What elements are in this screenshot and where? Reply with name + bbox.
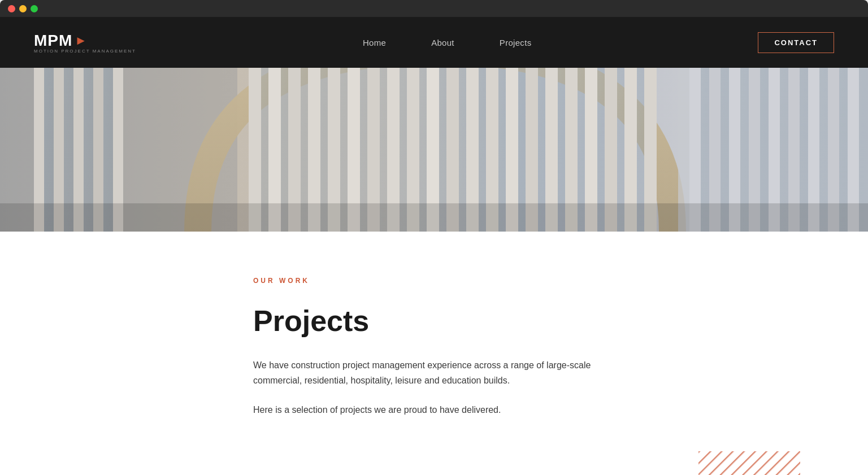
hero-building-svg bbox=[0, 68, 868, 232]
section-tag: OUR WORK bbox=[253, 277, 615, 285]
svg-rect-71 bbox=[0, 203, 868, 232]
hero-image bbox=[0, 68, 868, 232]
logo[interactable]: MPM ► MOTION PROJECT MANAGEMENT bbox=[34, 32, 136, 54]
logo-arrow-icon: ► bbox=[75, 33, 87, 48]
section-title: Projects bbox=[253, 305, 615, 337]
logo-subtitle: MOTION PROJECT MANAGEMENT bbox=[34, 49, 136, 54]
content-section: OUR WORK Projects We have construction p… bbox=[0, 232, 868, 475]
nav-home[interactable]: Home bbox=[363, 38, 386, 47]
contact-button[interactable]: CONTACT bbox=[758, 32, 834, 53]
browser-chrome bbox=[0, 0, 868, 17]
browser-maximize-dot[interactable] bbox=[31, 5, 38, 12]
browser-minimize-dot[interactable] bbox=[19, 5, 27, 12]
section-body-2: Here is a selection of projects we are p… bbox=[253, 402, 615, 417]
svg-rect-73 bbox=[698, 451, 800, 475]
nav-projects[interactable]: Projects bbox=[500, 38, 532, 47]
logo-text: MPM bbox=[34, 32, 72, 50]
browser-close-dot[interactable] bbox=[8, 5, 15, 12]
content-inner: OUR WORK Projects We have construction p… bbox=[219, 277, 649, 417]
stripes-decoration bbox=[698, 451, 800, 475]
navbar: MPM ► MOTION PROJECT MANAGEMENT Home Abo… bbox=[0, 17, 868, 68]
website-container: MPM ► MOTION PROJECT MANAGEMENT Home Abo… bbox=[0, 17, 868, 475]
section-body-1: We have construction project management … bbox=[253, 358, 615, 388]
nav-about[interactable]: About bbox=[431, 38, 454, 47]
nav-links: Home About Projects bbox=[363, 38, 532, 47]
